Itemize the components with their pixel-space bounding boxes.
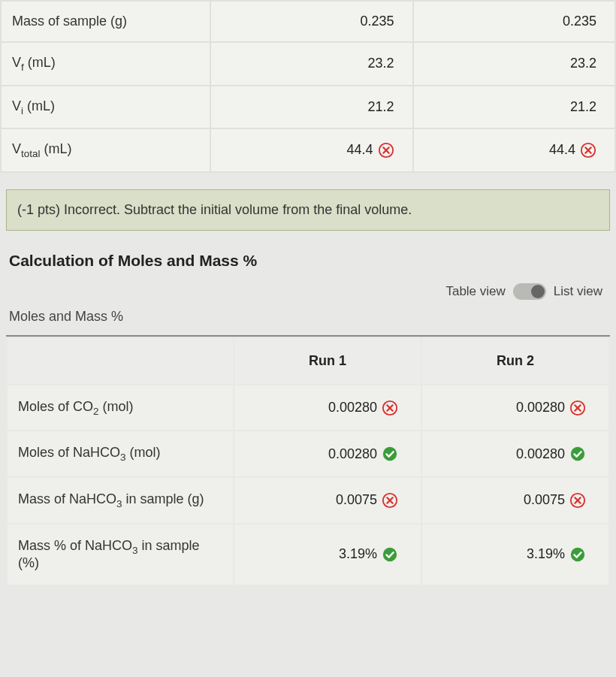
incorrect-icon [569,400,586,416]
svg-point-9 [571,548,584,561]
table-row: Mass % of NaHCO3 in sample (%)3.19%3.19% [8,524,608,585]
subsection-heading: Moles and Mass % [9,309,607,331]
correct-icon [382,446,398,462]
svg-point-5 [571,447,584,461]
row-value-run1: 44.4 [211,129,412,171]
column-header [8,338,233,384]
row-label: Moles of NaHCO3 (mol) [8,431,233,476]
incorrect-icon [382,492,398,509]
row-value-run2: 0.235 [414,2,614,41]
row-label: Vi (mL) [2,86,210,128]
incorrect-icon [382,400,398,416]
row-value-run2: 23.2 [414,43,614,85]
incorrect-icon [580,142,596,159]
row-value-run2: 3.19% [422,524,608,585]
row-label: Mass of sample (g) [2,2,210,41]
table-row: Moles of CO2 (mol)0.002800.00280 [8,385,608,431]
column-header: Run 2 [422,338,608,384]
row-value-run2: 44.4 [414,129,614,171]
incorrect-icon [378,142,394,159]
table-row: Vf (mL)23.223.2 [2,43,614,85]
view-toggle-row: Table view List view [0,283,616,309]
results-table: Run 1Run 2 Moles of CO2 (mol)0.002800.00… [6,335,610,586]
table-row: Vi (mL)21.221.2 [2,86,614,128]
table-row: Mass of sample (g)0.2350.235 [2,2,614,41]
row-value-run1: 0.0075 [234,478,421,523]
row-value-run1: 23.2 [211,43,412,85]
row-value-run1: 0.00280 [234,431,421,476]
table-view-label: Table view [445,284,505,299]
table-row: Vtotal (mL)44.444.4 [2,129,614,171]
section-title: Calculation of Moles and Mass % [9,252,607,270]
row-value-run2: 0.0075 [422,478,608,523]
row-value-run2: 0.00280 [422,431,608,476]
row-label: Moles of CO2 (mol) [8,385,233,431]
row-value-run1: 3.19% [234,524,421,585]
row-label: Vf (mL) [2,43,210,85]
row-value-run1: 0.235 [211,2,412,41]
row-label: Mass % of NaHCO3 in sample (%) [8,524,233,585]
correct-icon [382,546,398,563]
correct-icon [569,546,586,563]
row-label: Mass of NaHCO3 in sample (g) [8,478,233,523]
column-header: Run 1 [234,338,421,384]
incorrect-icon [569,492,586,509]
data-entry-table: Mass of sample (g)0.2350.235Vf (mL)23.22… [0,0,616,173]
view-toggle[interactable] [513,283,546,300]
feedback-message: (-1 pts) Incorrect. Subtract the initial… [6,189,610,231]
table-row: Moles of NaHCO3 (mol)0.002800.00280 [8,431,608,476]
svg-point-4 [383,447,397,461]
row-value-run1: 0.00280 [234,385,421,431]
table-row: Mass of NaHCO3 in sample (g)0.00750.0075 [8,478,608,523]
row-value-run1: 21.2 [211,86,412,128]
svg-point-8 [383,548,397,561]
correct-icon [569,446,586,462]
list-view-label: List view [554,284,602,299]
row-label: Vtotal (mL) [2,129,210,171]
row-value-run2: 0.00280 [422,385,608,431]
row-value-run2: 21.2 [414,86,614,128]
